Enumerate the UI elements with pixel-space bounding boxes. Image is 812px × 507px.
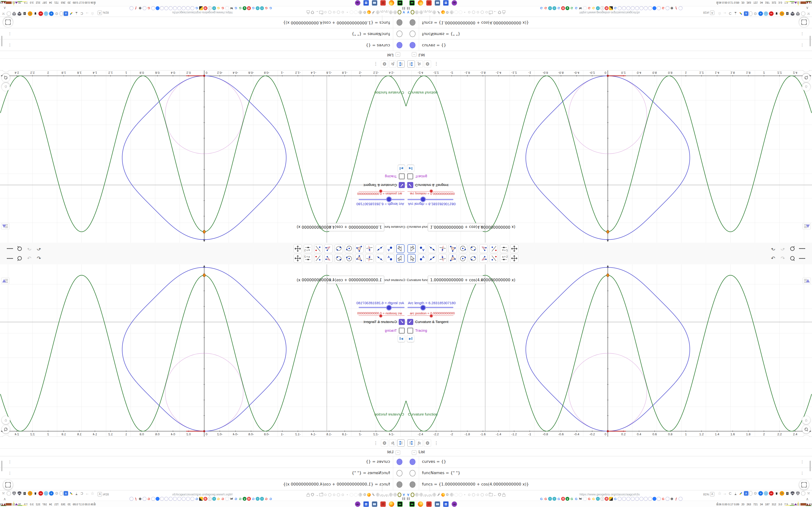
tool-conic[interactable] — [335, 254, 343, 263]
wrench-icon[interactable] — [371, 493, 375, 497]
arc-position-slider-knob[interactable] — [379, 314, 383, 318]
arc-length-slider-knob[interactable] — [420, 305, 426, 311]
extension-down-blue-icon[interactable]: ↓ — [44, 11, 48, 16]
list-collapse-button[interactable]: − — [412, 52, 416, 57]
taskbar-app-red-tool[interactable]: ⚙ — [380, 501, 386, 507]
favicon-wreath[interactable] — [666, 6, 669, 10]
undo-icon[interactable]: ↶ — [770, 255, 776, 262]
extension-icp-red-icon[interactable]: ICP — [39, 11, 43, 16]
list-collapse-button[interactable]: − — [396, 52, 400, 57]
undo-icon[interactable]: ↶ — [36, 245, 42, 252]
tool-conic[interactable] — [335, 244, 343, 253]
lock-icon[interactable] — [502, 493, 506, 497]
tool-point[interactable]: A — [418, 254, 426, 263]
extension-download-icon[interactable]: ↓ — [74, 491, 79, 496]
taskbar-app-screenshot[interactable] — [435, 501, 440, 507]
favicon-wreath[interactable] — [182, 6, 186, 10]
tool-move-graphics[interactable] — [294, 244, 302, 253]
favicon-gear-dark[interactable]: ⚙ — [670, 497, 674, 501]
ring-s-icon[interactable] — [323, 10, 327, 14]
favicon-dot-blue[interactable] — [156, 6, 159, 10]
redo-icon[interactable]: ↷ — [26, 255, 33, 262]
tool-line[interactable] — [376, 254, 384, 263]
arc-length-slider[interactable] — [359, 307, 405, 308]
favicon-gear-dark[interactable]: ⚙ — [138, 497, 142, 501]
translate-mini-icon[interactable]: A — [98, 492, 102, 496]
graphics-view[interactable]: -2.4-2.2-2-1.8-1.6-1.4-1.2-1-0.8-0.6-0.4… — [0, 70, 406, 243]
globe-icon[interactable] — [433, 10, 436, 14]
translate-mini-icon[interactable]: A — [710, 11, 714, 15]
taskbar-app-red-tool[interactable]: ⚙ — [426, 0, 432, 6]
taskbar-app-emulator[interactable] — [397, 501, 403, 507]
row-options-kebab[interactable]: ⋮ — [800, 43, 804, 47]
tool-move-graphics[interactable] — [294, 254, 302, 263]
favicon-globe-teal[interactable]: ≈ — [256, 497, 260, 501]
favicon-wreath[interactable] — [640, 497, 643, 501]
arc-length-slider[interactable] — [407, 307, 453, 308]
extension-marker-icon[interactable] — [739, 11, 743, 16]
ring-m-icon[interactable] — [471, 493, 475, 497]
favicon-G-yellow[interactable]: G — [216, 6, 220, 10]
favicon-wreath[interactable] — [666, 497, 669, 501]
favicon-wreath[interactable] — [151, 6, 155, 10]
tool-move-graphics[interactable] — [510, 244, 518, 253]
function-style-button[interactable]: fx — [416, 60, 423, 68]
favicon-wreath[interactable] — [130, 497, 134, 501]
extension-globe-dotted-icon[interactable] — [801, 491, 806, 496]
extension-star-icon[interactable]: ☆ — [90, 491, 95, 496]
tool-line[interactable] — [428, 244, 436, 253]
favicon-wreath[interactable] — [622, 6, 626, 10]
favicon-ya[interactable]: Я — [247, 497, 251, 501]
arc-length-slider-knob[interactable] — [420, 196, 426, 202]
ghost-icon[interactable] — [458, 493, 462, 497]
tool-polygon[interactable] — [355, 244, 363, 253]
globe-icon[interactable] — [358, 493, 362, 497]
favicon-G-red[interactable]: G — [221, 6, 225, 10]
extension-down-blue-icon[interactable]: ↓ — [44, 491, 48, 496]
taskbar-app-firefox[interactable] — [389, 0, 394, 6]
settings-button[interactable]: ⚙ — [381, 439, 388, 447]
taskbar-app-floppy64[interactable]: 64 — [363, 501, 369, 507]
extension-mouse-oval-icon[interactable] — [60, 11, 63, 16]
object-visibility-dot[interactable] — [397, 470, 402, 476]
favicon-G-blue[interactable]: G — [251, 497, 255, 501]
taskbar-app-screenshot[interactable] — [372, 0, 377, 6]
tool-reflect[interactable] — [314, 244, 322, 253]
taskbar-app-firefox[interactable] — [389, 501, 394, 507]
favicon-wreath[interactable] — [657, 6, 661, 10]
favicon-wreath[interactable] — [177, 497, 181, 501]
ghost-icon[interactable] — [458, 10, 462, 14]
extension-mouse-oval-icon[interactable] — [60, 491, 63, 496]
tool-circle-center-point[interactable] — [345, 244, 353, 253]
extension-gear-light-icon[interactable]: ⚙ — [54, 491, 59, 496]
search-icon[interactable] — [16, 245, 23, 252]
arc-length-slider-knob[interactable] — [386, 305, 392, 311]
extension-thumb-icon[interactable]: ⚒ — [806, 11, 811, 16]
globe-icon[interactable] — [419, 10, 423, 14]
tool-angle[interactable]: α — [324, 254, 333, 263]
object-visibility-dot[interactable] — [410, 470, 415, 476]
row-options-kebab[interactable]: ⋮ — [800, 460, 804, 464]
tool-conic[interactable] — [469, 244, 477, 253]
extension-shield-gray-icon[interactable]: ⟳ — [796, 491, 800, 496]
extension-arrow-right-icon[interactable]: → — [723, 491, 727, 496]
wrench-icon[interactable] — [437, 493, 441, 497]
settings-button[interactable]: ⚙ — [424, 60, 431, 68]
arrow-left-icon[interactable]: ← — [493, 493, 497, 497]
favicon-G-yellow[interactable]: G — [216, 497, 220, 501]
extension-refresh-icon[interactable]: C — [80, 11, 84, 16]
extension-globe-dotted-icon[interactable] — [6, 491, 11, 496]
lock-icon[interactable] — [306, 493, 310, 497]
favicon-globe-teal[interactable]: ≈ — [260, 6, 264, 10]
tracing-checkbox[interactable] — [407, 173, 413, 179]
object-visibility-dot[interactable] — [397, 42, 402, 48]
extension-globe-orange-icon[interactable]: ⟳ — [779, 11, 784, 16]
taskbar-app-screenshot[interactable] — [435, 0, 440, 6]
extension-bin-icon[interactable]: ≡ — [22, 491, 27, 496]
gear-gray-icon[interactable]: ⚙ — [445, 10, 449, 14]
zoom-in-button[interactable]: + — [802, 425, 810, 433]
ring-m-icon[interactable] — [337, 493, 341, 497]
extension-shield-uo-icon[interactable]: UO — [790, 491, 795, 496]
fullscreen-button[interactable] — [3, 17, 13, 27]
firefox-icon[interactable] — [367, 10, 371, 14]
